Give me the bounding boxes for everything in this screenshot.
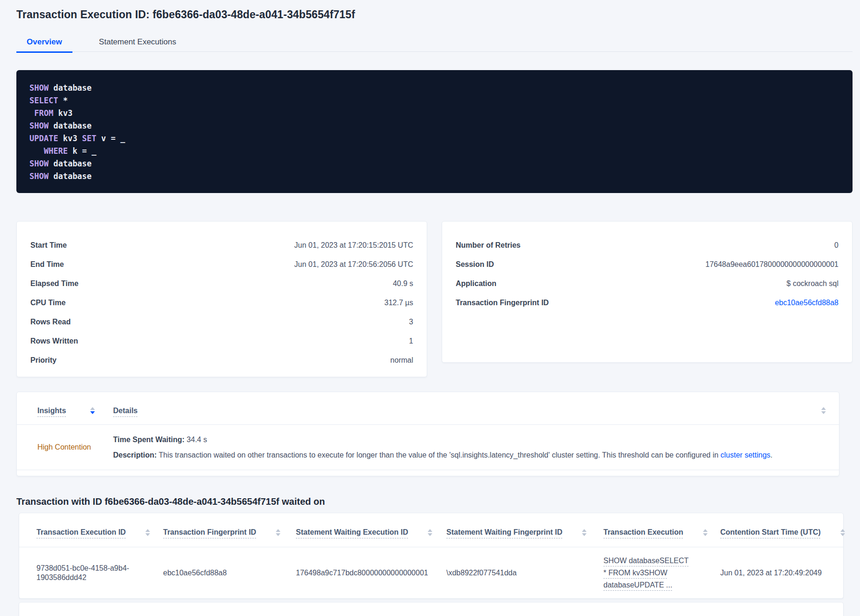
cell-transaction-execution-id: 9738d051-bc0e-4158-a9b4-1903586ddd42 [36, 564, 163, 582]
column-header-transaction-execution-id: Transaction Execution ID [36, 528, 163, 537]
time-spent-waiting: Time Spent Waiting: 34.4 s [113, 434, 826, 446]
summary-label: Rows Written [30, 337, 78, 345]
sort-icon[interactable] [90, 407, 95, 414]
waited-on-title: Transaction with ID f6be6366-da03-48de-a… [16, 496, 325, 507]
insight-type-label: High Contention [37, 443, 91, 451]
sql-line: SHOW database [29, 158, 839, 170]
sort-icon[interactable] [703, 529, 708, 536]
summary-value: 312.7 µs [384, 299, 413, 307]
cell-transaction-fingerprint-id: ebc10ae56cfd88a8 [163, 568, 296, 578]
summary-card-right: Number of Retries 0 Session ID 17648a9ee… [442, 221, 853, 363]
cluster-settings-link[interactable]: cluster settings [721, 451, 771, 459]
transaction-execution-link[interactable]: SHOW databaseSELECT * FROM kv3SHOW datab… [603, 555, 692, 591]
insights-column-header[interactable]: Insights [37, 407, 66, 415]
summary-label: Start Time [30, 241, 67, 250]
summary-row: Rows Read 3 [30, 312, 413, 331]
waited-table-header: Transaction Execution ID Transaction Fin… [19, 513, 843, 547]
summary-card-left: Start Time Jun 01, 2023 at 17:20:15:2015… [16, 221, 427, 377]
summary-label: CPU Time [30, 299, 65, 307]
summary-label: Rows Read [30, 318, 71, 326]
column-header-transaction-fingerprint-id: Transaction Fingerprint ID [163, 528, 296, 537]
summary-row: Application $ cockroach sql [456, 274, 838, 293]
application-value: $ cockroach sql [787, 279, 838, 288]
sql-line: WHERE k = _ [29, 145, 839, 158]
details-column-header[interactable]: Details [113, 407, 137, 415]
summary-label: Priority [30, 356, 57, 365]
sort-icon[interactable] [428, 529, 432, 536]
summary-label: Elapsed Time [30, 279, 79, 288]
summary-value: 0 [834, 241, 838, 250]
sql-statements: SHOW databaseSELECT * FROM kv3SHOW datab… [29, 82, 839, 183]
summary-value: 1 [409, 337, 413, 345]
summary-row: CPU Time 312.7 µs [30, 293, 413, 312]
sql-statements-box: SHOW databaseSELECT * FROM kv3SHOW datab… [16, 70, 853, 193]
summary-label: End Time [30, 260, 64, 269]
tab-statement-executions[interactable]: Statement Executions [89, 33, 186, 53]
summary-row: Transaction Fingerprint ID ebc10ae56cfd8… [456, 293, 838, 312]
sort-icon[interactable] [145, 529, 150, 536]
summary-label: Application [456, 279, 496, 288]
column-header-contention-start-time: Contention Start Time (UTC) [720, 528, 845, 537]
insights-table-header: Insights Details [17, 392, 839, 425]
summary-row: End Time Jun 01, 2023 at 17:20:56:2056 U… [30, 255, 413, 274]
insight-description: Description: This transaction waited on … [113, 449, 826, 461]
transaction-fingerprint-link[interactable]: ebc10ae56cfd88a8 [775, 299, 838, 307]
cell-statement-waiting-execution-id: 176498a9c717bdc80000000000000001 [296, 568, 446, 578]
summary-row: Priority normal [30, 351, 413, 370]
waited-on-table-card: Transaction Execution ID Transaction Fin… [19, 513, 844, 599]
summary-label: Number of Retries [456, 241, 521, 250]
summary-row: Elapsed Time 40.9 s [30, 274, 413, 293]
session-id-value: 17648a9eea6017800000000000000001 [705, 260, 838, 269]
summary-value: 3 [409, 318, 413, 326]
summary-row: Session ID 17648a9eea6017800000000000000… [456, 255, 838, 274]
summary-value: Jun 01, 2023 at 17:20:15:2015 UTC [294, 241, 413, 250]
column-header-statement-waiting-execution-id: Statement Waiting Execution ID [296, 528, 446, 537]
column-header-statement-waiting-fingerprint-id: Statement Waiting Fingerprint ID [446, 528, 603, 537]
summary-value: Jun 01, 2023 at 17:20:56:2056 UTC [294, 260, 413, 269]
sort-icon[interactable] [276, 529, 280, 536]
pagination-bar [19, 602, 844, 616]
page-title: Transaction Execution ID: f6be6366-da03-… [16, 8, 355, 21]
tab-bar: Overview Statement Executions [16, 33, 853, 52]
sql-line: SHOW database [29, 82, 839, 94]
sort-icon[interactable] [821, 407, 826, 414]
table-row: 9738d051-bc0e-4158-a9b4-1903586ddd42 ebc… [19, 547, 843, 599]
insights-card: Insights Details High Contention Time Sp… [16, 392, 839, 476]
sort-icon[interactable] [840, 529, 845, 536]
summary-row: Rows Written 1 [30, 331, 413, 351]
cell-statement-waiting-fingerprint-id: \xdb8922f077541dda [446, 568, 603, 578]
sql-line: SHOW database [29, 120, 839, 132]
column-header-transaction-execution: Transaction Execution [603, 528, 720, 537]
sql-line: UPDATE kv3 SET v = _ [29, 132, 839, 145]
sql-line: SHOW database [29, 170, 839, 183]
tab-overview[interactable]: Overview [16, 33, 72, 53]
cell-transaction-execution: SHOW databaseSELECT * FROM kv3SHOW datab… [603, 555, 720, 591]
summary-value: normal [390, 356, 413, 365]
summary-row: Number of Retries 0 [456, 236, 838, 255]
sort-icon[interactable] [582, 529, 587, 536]
sql-line: FROM kv3 [29, 107, 839, 120]
insight-row: High Contention Time Spent Waiting: 34.4… [17, 425, 839, 470]
summary-label: Transaction Fingerprint ID [456, 299, 549, 307]
summary-label: Session ID [456, 260, 494, 269]
cell-contention-start-time: Jun 01, 2023 at 17:20:49:2049 [720, 568, 830, 578]
sql-line: SELECT * [29, 94, 839, 107]
summary-row: Start Time Jun 01, 2023 at 17:20:15:2015… [30, 236, 413, 255]
summary-value: 40.9 s [393, 279, 413, 288]
